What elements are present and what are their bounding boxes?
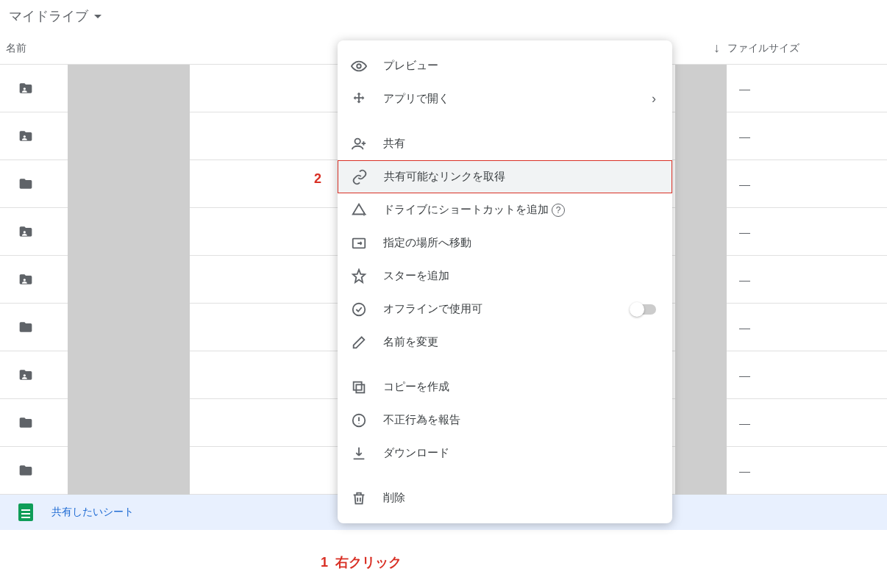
- shared-folder-icon: [0, 81, 51, 96]
- report-icon: [351, 412, 383, 429]
- trash-icon: [351, 490, 383, 506]
- menu-star[interactable]: スターを追加: [338, 259, 672, 293]
- selected-file-name: 共有したいシート: [51, 506, 134, 519]
- column-size[interactable]: ↓ ファイルサイズ: [713, 40, 799, 56]
- menu-get-link-label: 共有可能なリンクを取得: [384, 170, 505, 184]
- menu-report[interactable]: 不正行為を報告: [338, 404, 672, 437]
- menu-open-with[interactable]: アプリで開く ›: [338, 82, 672, 115]
- svg-text:+: +: [362, 209, 366, 218]
- download-icon: [351, 445, 383, 462]
- svg-point-2: [24, 231, 26, 233]
- menu-copy-label: コピーを作成: [383, 380, 449, 394]
- drive-header[interactable]: マイドライブ: [0, 0, 887, 32]
- menu-offline[interactable]: オフラインで使用可: [338, 293, 672, 326]
- file-size-cell: —: [728, 130, 750, 143]
- pencil-icon: [351, 334, 383, 351]
- svg-rect-10: [356, 384, 364, 392]
- menu-delete-label: 削除: [383, 491, 405, 505]
- annotation-step-1: 1 右クリック: [321, 553, 402, 571]
- svg-point-3: [24, 279, 26, 281]
- menu-preview-label: プレビュー: [383, 59, 438, 73]
- svg-point-0: [24, 87, 26, 90]
- menu-share-label: 共有: [383, 137, 405, 151]
- shared-folder-icon: [0, 368, 51, 382]
- menu-offline-label: オフラインで使用可: [383, 302, 482, 316]
- sort-down-icon: ↓: [713, 40, 720, 56]
- eye-icon: [351, 58, 383, 74]
- menu-add-shortcut-label: ドライブにショートカットを追加?: [383, 203, 565, 217]
- column-size-label: ファイルサイズ: [727, 42, 799, 55]
- file-size-cell: —: [728, 417, 750, 429]
- move-icon: [351, 91, 383, 107]
- shared-folder-icon: [0, 224, 51, 239]
- svg-point-4: [24, 374, 26, 376]
- file-size-cell: —: [728, 321, 750, 334]
- offline-check-icon: [351, 301, 383, 318]
- shared-folder-icon: [0, 272, 51, 287]
- thumbnail-column-bg-right: [675, 65, 727, 495]
- offline-toggle[interactable]: [631, 304, 656, 315]
- file-size-cell: —: [728, 465, 750, 477]
- menu-copy[interactable]: コピーを作成: [338, 370, 672, 404]
- help-icon[interactable]: ?: [552, 204, 565, 217]
- annotation-step-2: 2: [314, 171, 321, 187]
- menu-delete[interactable]: 削除: [338, 481, 672, 514]
- folder-icon: [0, 415, 51, 430]
- file-size-cell: —: [728, 82, 750, 95]
- svg-point-6: [355, 138, 360, 143]
- svg-point-9: [353, 303, 366, 315]
- context-menu: プレビュー アプリで開く › 共有 共有可能なリンクを取得 + ドライブにショー…: [338, 40, 672, 523]
- file-size-cell: —: [728, 369, 750, 381]
- menu-rename[interactable]: 名前を変更: [338, 326, 672, 359]
- menu-download-label: ダウンロード: [383, 446, 449, 460]
- menu-get-link[interactable]: 共有可能なリンクを取得: [338, 160, 672, 193]
- caret-down-icon: [94, 15, 101, 18]
- copy-icon: [351, 379, 383, 395]
- svg-point-5: [357, 64, 361, 68]
- folder-icon: [0, 176, 51, 191]
- drive-shortcut-icon: +: [351, 202, 383, 218]
- menu-share[interactable]: 共有: [338, 127, 672, 160]
- menu-report-label: 不正行為を報告: [383, 413, 460, 427]
- menu-download[interactable]: ダウンロード: [338, 437, 672, 470]
- drive-title: マイドライブ: [9, 7, 88, 25]
- person-add-icon: [351, 136, 383, 152]
- menu-add-shortcut[interactable]: + ドライブにショートカットを追加?: [338, 193, 672, 226]
- folder-move-icon: [351, 235, 383, 251]
- shared-folder-icon: [0, 129, 51, 143]
- menu-move-label: 指定の場所へ移動: [383, 236, 471, 250]
- menu-star-label: スターを追加: [383, 269, 449, 283]
- menu-open-with-label: アプリで開く: [383, 92, 449, 106]
- link-icon: [352, 169, 384, 185]
- thumbnail-column-bg: [68, 65, 190, 495]
- sheets-icon: [0, 503, 51, 521]
- menu-rename-label: 名前を変更: [383, 335, 438, 349]
- svg-point-1: [24, 135, 26, 137]
- star-icon: [351, 268, 383, 284]
- file-size-cell: —: [728, 178, 750, 190]
- menu-preview[interactable]: プレビュー: [338, 49, 672, 82]
- menu-move[interactable]: 指定の場所へ移動: [338, 226, 672, 259]
- folder-icon: [0, 320, 51, 334]
- file-size-cell: —: [728, 226, 750, 238]
- chevron-right-icon: ›: [652, 91, 656, 107]
- svg-rect-11: [354, 381, 362, 390]
- folder-icon: [0, 463, 51, 478]
- file-size-cell: —: [728, 273, 750, 286]
